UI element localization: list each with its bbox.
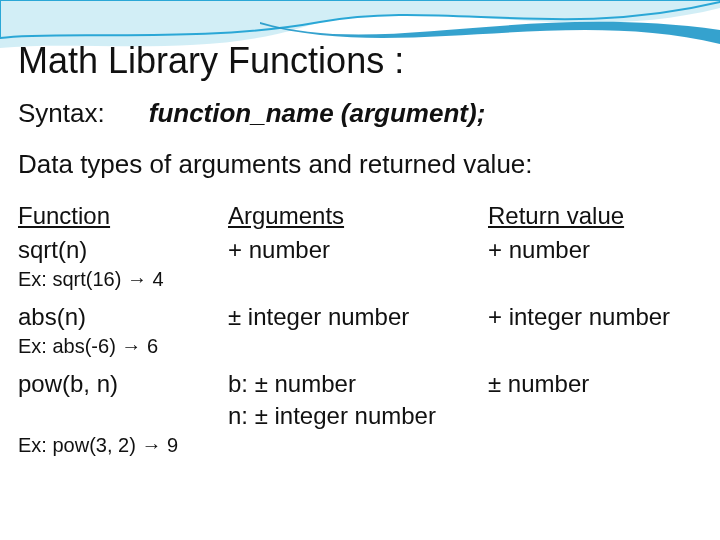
- fn-example: Ex: pow(3, 2) → 9: [18, 432, 702, 467]
- syntax-label: Syntax:: [18, 98, 105, 129]
- slide-title: Math Library Functions :: [18, 40, 702, 82]
- fn-name: abs(n): [18, 301, 228, 333]
- table-row: pow(b, n) b: ± number ± number: [18, 368, 702, 400]
- slide-body: Math Library Functions : Syntax: functio…: [18, 40, 702, 467]
- table-header-row: Function Arguments Return value: [18, 202, 702, 234]
- table-row: Ex: abs(-6) → 6: [18, 333, 702, 368]
- fn-arg: n: ± integer number: [228, 400, 488, 432]
- table-row: n: ± integer number: [18, 400, 702, 432]
- fn-example: Ex: abs(-6) → 6: [18, 333, 702, 368]
- syntax-value: function_name (argument);: [149, 98, 486, 129]
- fn-arg: + number: [228, 234, 488, 266]
- fn-arg: ± integer number: [228, 301, 488, 333]
- header-return: Return value: [488, 202, 702, 234]
- header-arguments: Arguments: [228, 202, 488, 234]
- fn-ret: ± number: [488, 368, 702, 400]
- functions-table: Function Arguments Return value sqrt(n) …: [18, 202, 702, 467]
- fn-ret: + number: [488, 234, 702, 266]
- fn-ret: + integer number: [488, 301, 702, 333]
- data-types-heading: Data types of arguments and returned val…: [18, 149, 702, 180]
- fn-arg: b: ± number: [228, 368, 488, 400]
- fn-name: sqrt(n): [18, 234, 228, 266]
- table-row: sqrt(n) + number + number: [18, 234, 702, 266]
- syntax-row: Syntax: function_name (argument);: [18, 98, 702, 129]
- table-row: abs(n) ± integer number + integer number: [18, 301, 702, 333]
- header-function: Function: [18, 202, 228, 234]
- fn-example: Ex: sqrt(16) → 4: [18, 266, 702, 301]
- table-row: Ex: pow(3, 2) → 9: [18, 432, 702, 467]
- table-row: Ex: sqrt(16) → 4: [18, 266, 702, 301]
- fn-name: pow(b, n): [18, 368, 228, 400]
